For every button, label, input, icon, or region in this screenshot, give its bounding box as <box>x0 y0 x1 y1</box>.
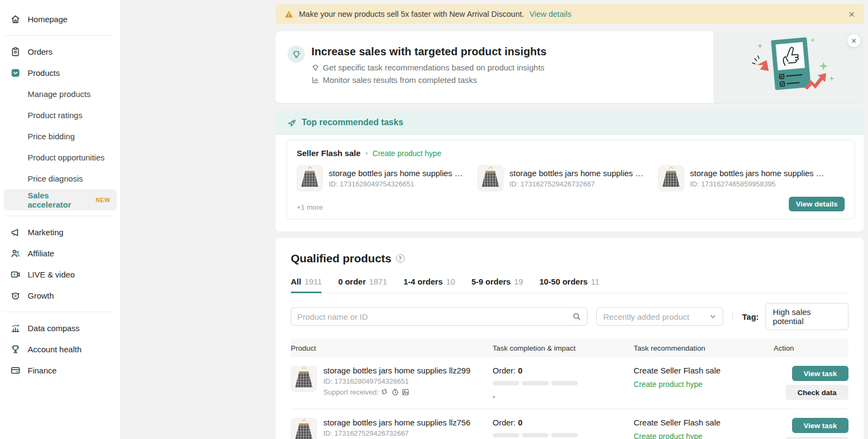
rocket-icon <box>288 118 297 127</box>
sidebar-item-label: Data compass <box>28 324 80 333</box>
sidebar-item-data-compass[interactable]: Data compass <box>0 318 120 339</box>
product-cell[interactable]: storage bottles jars home supplies llz29… <box>291 366 493 401</box>
qualified-tabs: All 1911 0 order 1871 1-4 orders 10 5-9 … <box>291 277 848 293</box>
sidebar: Homepage Orders Products Manage products… <box>0 0 121 439</box>
people-icon <box>10 248 21 259</box>
sidebar-item-growth[interactable]: Growth <box>0 285 120 306</box>
sidebar-item-label: Manage products <box>28 89 91 99</box>
product-search-box <box>291 307 588 326</box>
sidebar-item-label: LIVE & video <box>28 270 75 279</box>
task-card: Seller Flash sale Create product hype st… <box>286 140 855 220</box>
sidebar-item-price-bidding[interactable]: Price bidding <box>0 126 120 147</box>
tab-10-50-orders[interactable]: 10-50 orders 11 <box>539 277 599 293</box>
sidebar-item-homepage[interactable]: Homepage <box>0 9 120 30</box>
sidebar-item-orders[interactable]: Orders <box>0 41 120 62</box>
check-data-button[interactable]: Check data <box>786 385 848 400</box>
credit-card-icon <box>10 365 21 376</box>
product-title: storage bottles jars home supplies ll... <box>690 169 826 178</box>
warning-icon <box>284 10 293 19</box>
sidebar-divider <box>3 216 112 216</box>
sidebar-item-product-ratings[interactable]: Product ratings <box>0 105 120 126</box>
sidebar-item-live-video[interactable]: LIVE & video <box>0 264 120 285</box>
growth-icon <box>10 290 21 301</box>
insight-bullet-2: Monitor sales results from completed tas… <box>311 75 547 85</box>
sidebar-item-account-health[interactable]: Account health <box>0 339 120 360</box>
megaphone-icon <box>10 227 21 237</box>
sidebar-item-sales-accelerator[interactable]: Sales accelerator NEW <box>4 189 117 210</box>
sidebar-item-finance[interactable]: Finance <box>0 360 120 381</box>
tag-label: Tag: <box>742 312 759 321</box>
product-id: ID: 1731627529426732667 <box>509 180 645 188</box>
sidebar-item-label: Product ratings <box>28 111 82 120</box>
sidebar-item-affiliate[interactable]: Affiliate <box>0 243 120 264</box>
order-label: Order: <box>493 366 516 375</box>
search-input[interactable] <box>297 312 572 321</box>
sidebar-item-label: Products <box>28 68 60 78</box>
bulb-small-icon <box>311 63 320 72</box>
lightbulb-icon <box>288 46 305 63</box>
product-cell[interactable]: storage bottles jars home supplies llz75… <box>291 418 493 439</box>
tab-0-order[interactable]: 0 order 1871 <box>338 277 387 293</box>
view-task-button[interactable]: View task <box>792 366 848 381</box>
banner-view-details-link[interactable]: View details <box>529 10 571 18</box>
progress-bar <box>493 381 634 385</box>
sidebar-item-label: Price bidding <box>28 132 75 141</box>
table-row: storage bottles jars home supplies llz29… <box>291 357 848 409</box>
search-icon[interactable] <box>572 312 581 321</box>
tab-1-4-orders[interactable]: 1-4 orders 10 <box>404 277 455 293</box>
task-product[interactable]: storage bottles jars home supplies ll...… <box>658 165 839 191</box>
insight-card: ✕ Increase sales with targeted product i… <box>276 31 864 103</box>
create-product-hype-link[interactable]: Create product hype <box>373 149 442 158</box>
product-id: ID: 1731627529426732667 <box>323 429 470 437</box>
tab-5-9-orders[interactable]: 5-9 orders 19 <box>471 277 523 293</box>
sidebar-item-manage-products[interactable]: Manage products <box>0 83 120 105</box>
recommendation-primary: Create Seller Flash sale <box>634 366 774 375</box>
task-title: Seller Flash sale <box>297 149 361 158</box>
top-recommended-tasks-section: Top recommended tasks Seller Flash sale … <box>276 110 864 231</box>
question-icon[interactable]: ? <box>396 254 405 263</box>
progress-bar <box>493 433 634 437</box>
recommendation-secondary-link[interactable]: Create product hype <box>634 432 774 439</box>
sidebar-item-label: Finance <box>28 366 56 375</box>
product-thumbnail <box>477 165 503 191</box>
product-thumbnail <box>291 418 317 439</box>
sidebar-divider <box>3 35 112 36</box>
sidebar-item-product-opportunities[interactable]: Product opportunities <box>0 147 120 168</box>
close-icon[interactable]: ✕ <box>847 34 860 47</box>
sort-dropdown[interactable]: Recently added product <box>596 307 723 326</box>
sidebar-item-price-diagnosis[interactable]: Price diagnosis <box>0 168 120 189</box>
product-id: ID: 1731627465859958395 <box>690 180 826 188</box>
action-cell: View task Check data <box>774 366 848 401</box>
impact-value: - <box>493 392 634 401</box>
qualified-products-table: Product Task completion & impact Task re… <box>291 339 848 439</box>
sidebar-item-label: Product opportunities <box>28 153 105 162</box>
view-task-button[interactable]: View task <box>792 418 848 433</box>
tasks-section-header: Top recommended tasks <box>276 110 864 135</box>
view-details-button[interactable]: View details <box>789 197 845 211</box>
main-content: Make your new products sell 5x faster wi… <box>276 0 864 439</box>
support-received-label: Support received: <box>323 388 379 396</box>
close-icon[interactable]: ✕ <box>848 10 855 18</box>
check-data-button[interactable]: Check data <box>786 437 848 439</box>
tab-all[interactable]: All 1911 <box>291 277 322 293</box>
sidebar-item-label: Sales accelerator <box>28 191 88 209</box>
new-badge: NEW <box>95 197 110 203</box>
qualified-products-card: Qualified products ? All 1911 0 order 18… <box>276 238 864 439</box>
sidebar-item-label: Account health <box>28 345 81 354</box>
sidebar-item-label: Growth <box>28 291 54 300</box>
product-id: ID: 1731628049754326651 <box>323 377 470 385</box>
more-products-label: +1 more <box>297 203 323 211</box>
chevron-down-icon <box>710 313 716 320</box>
products-icon <box>10 68 21 78</box>
product-title: storage bottles jars home supplies llz29… <box>323 366 470 375</box>
sidebar-item-products[interactable]: Products <box>0 62 120 83</box>
sidebar-item-marketing[interactable]: Marketing <box>0 222 120 243</box>
recommendation-secondary-link[interactable]: Create product hype <box>634 380 774 389</box>
vertical-divider <box>732 312 733 321</box>
recommendation-primary: Create Seller Flash sale <box>634 418 774 427</box>
tag-filter-chip[interactable]: High sales potential <box>765 303 848 330</box>
sidebar-item-label: Homepage <box>28 15 67 24</box>
task-product[interactable]: storage bottles jars home supplies ll...… <box>477 165 658 191</box>
deal-clock-icon <box>391 388 399 396</box>
task-product[interactable]: storage bottles jars home supplies ll...… <box>297 165 477 191</box>
